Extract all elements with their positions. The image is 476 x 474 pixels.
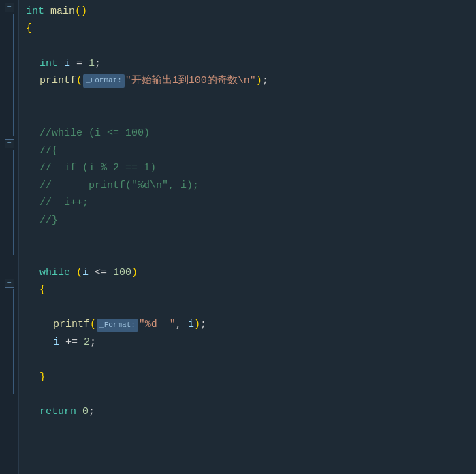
line-9: //{ — [26, 142, 476, 160]
line-4: int i = 1 ; — [26, 55, 476, 73]
line-19: printf ( _Format: "%d " , i ) ; — [26, 317, 476, 334]
line-21 — [26, 351, 476, 369]
line-12: // i++; — [26, 195, 476, 212]
fold-button-2[interactable]: − — [5, 139, 14, 148]
line-10: // if (i % 2 == 1) — [26, 159, 476, 177]
line-11: // printf("%d\n", i); — [26, 177, 476, 195]
keyword-int: int — [26, 3, 44, 20]
line-24: return 0 ; — [26, 404, 476, 422]
gutter: − − − — [0, 0, 19, 474]
line-14 — [26, 230, 476, 247]
line-20: i += 2 ; — [26, 334, 476, 351]
line-23 — [26, 386, 476, 404]
line-18 — [26, 299, 476, 317]
line-5: printf ( _Format: "开始输出1到100的奇数\n" ) ; — [26, 72, 476, 90]
line-16: while ( i <= 100 ) — [26, 264, 476, 282]
format-badge-1: _Format: — [83, 74, 125, 88]
fold-button-1[interactable]: − — [5, 3, 14, 12]
line-15 — [26, 247, 476, 264]
func-main: main — [50, 3, 75, 20]
vline-1 — [13, 14, 14, 136]
line-17: { — [26, 282, 476, 300]
line-2: { — [26, 20, 476, 38]
code-area: int main ( ) { int i = 1 ; printf ( _For… — [19, 0, 476, 474]
line-1: int main ( ) — [26, 3, 476, 20]
vline-3 — [13, 289, 14, 394]
code-editor: − − − int main ( ) { int i — [0, 0, 476, 474]
line-22: } — [26, 368, 476, 386]
line-13: //} — [26, 212, 476, 230]
line-3 — [26, 37, 476, 55]
line-7 — [26, 108, 476, 125]
vline-2 — [13, 150, 14, 255]
line-6 — [26, 90, 476, 108]
fold-button-3[interactable]: − — [5, 279, 14, 288]
line-8: //while (i <= 100) — [26, 125, 476, 142]
format-badge-2: _Format: — [97, 319, 138, 332]
